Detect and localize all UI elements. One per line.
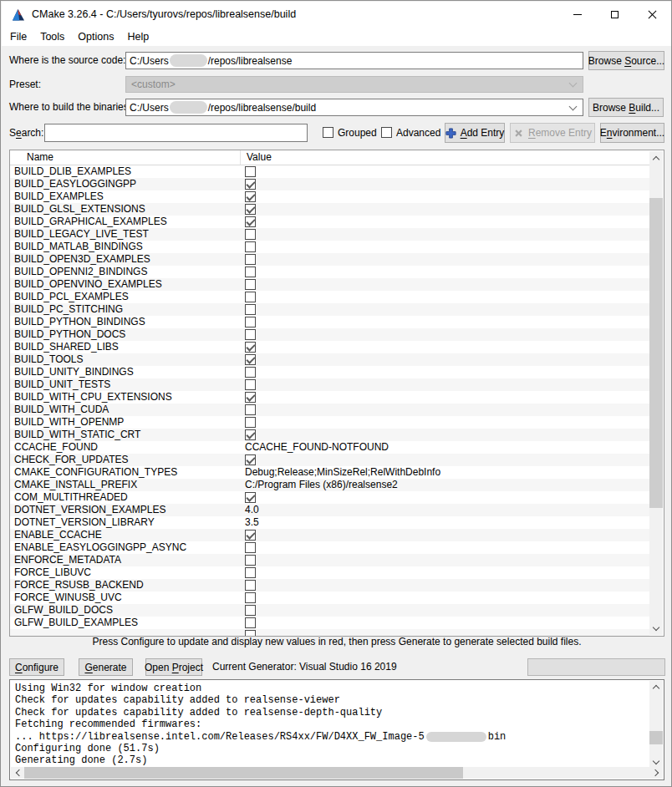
value-checkbox[interactable] bbox=[245, 191, 256, 202]
value-checkbox[interactable] bbox=[245, 492, 256, 503]
column-header-name[interactable]: Name bbox=[10, 150, 240, 165]
preset-combobox[interactable]: <custom> bbox=[125, 76, 583, 93]
table-row[interactable]: FORCE_LIBUVC bbox=[10, 566, 649, 579]
row-value[interactable]: 3.5 bbox=[240, 516, 649, 529]
table-row[interactable]: BUILD_MATLAB_BINDINGS bbox=[10, 241, 649, 253]
table-row[interactable]: BUILD_TOOLS bbox=[10, 353, 649, 366]
menu-options[interactable]: Options bbox=[71, 28, 120, 46]
column-header-value[interactable]: Value bbox=[240, 150, 649, 165]
table-row[interactable]: BUILD_PYTHON_BINDINGS bbox=[10, 316, 649, 328]
table-row[interactable]: CMAKE_CONFIGURATION_TYPESDebug;Release;M… bbox=[10, 466, 649, 479]
value-checkbox[interactable] bbox=[245, 229, 256, 240]
chevron-down-icon[interactable] bbox=[569, 102, 578, 110]
value-checkbox[interactable] bbox=[245, 429, 256, 440]
table-row[interactable]: BUILD_PC_STITCHING bbox=[10, 303, 649, 316]
value-checkbox[interactable] bbox=[245, 417, 256, 428]
table-row[interactable]: BUILD_OPENNI2_BINDINGS bbox=[10, 266, 649, 278]
table-row[interactable]: CCACHE_FOUNDCCACHE_FOUND-NOTFOUND bbox=[10, 441, 649, 454]
row-value[interactable]: CCACHE_FOUND-NOTFOUND bbox=[240, 441, 649, 454]
table-row[interactable]: BUILD_GLSL_EXTENSIONS bbox=[10, 203, 649, 216]
value-checkbox[interactable] bbox=[245, 317, 256, 327]
close-button[interactable] bbox=[634, 2, 671, 28]
value-checkbox[interactable] bbox=[245, 254, 256, 265]
table-scrollbar[interactable] bbox=[649, 151, 663, 635]
value-checkbox[interactable] bbox=[245, 342, 256, 353]
table-row[interactable]: CMAKE_INSTALL_PREFIXC:/Program Files (x8… bbox=[10, 479, 649, 491]
value-checkbox[interactable] bbox=[245, 329, 256, 340]
row-value[interactable]: 4.0 bbox=[240, 504, 649, 516]
browse-build-button[interactable]: Browse Build... bbox=[588, 98, 664, 117]
scroll-down-button[interactable] bbox=[649, 756, 663, 768]
menu-file[interactable]: File bbox=[3, 28, 33, 46]
table-row[interactable]: COM_MULTITHREADED bbox=[10, 491, 649, 504]
value-checkbox[interactable] bbox=[245, 605, 256, 616]
table-row[interactable]: BUILD_WITH_CUDA bbox=[10, 404, 649, 416]
table-row[interactable]: BUILD_PYTHON_DOCS bbox=[10, 328, 649, 341]
value-checkbox[interactable] bbox=[245, 267, 256, 277]
open-project-button[interactable]: Open Project bbox=[145, 658, 202, 676]
generate-button[interactable]: Generate bbox=[79, 658, 133, 676]
table-row[interactable]: BUILD_UNIT_TESTS bbox=[10, 378, 649, 391]
scroll-left-button[interactable] bbox=[11, 767, 24, 779]
table-row[interactable]: BUILD_LEGACY_LIVE_TEST bbox=[10, 228, 649, 241]
table-row[interactable]: BUILD_OPEN3D_EXAMPLES bbox=[10, 253, 649, 266]
value-checkbox[interactable] bbox=[245, 279, 256, 290]
menu-tools[interactable]: Tools bbox=[33, 28, 71, 46]
value-checkbox[interactable] bbox=[245, 542, 256, 553]
table-row[interactable]: BUILD_EASYLOGGINGPP bbox=[10, 178, 649, 190]
table-row[interactable]: BUILD_EXAMPLES bbox=[10, 190, 649, 203]
log-vertical-scrollbar[interactable] bbox=[649, 681, 663, 768]
table-row[interactable]: BUILD_PCL_EXAMPLES bbox=[10, 291, 649, 303]
menu-help[interactable]: Help bbox=[120, 28, 155, 46]
table-row[interactable]: BUILD_DLIB_EXAMPLES bbox=[10, 165, 649, 178]
search-input[interactable] bbox=[44, 124, 308, 142]
add-entry-button[interactable]: Add Entry bbox=[445, 123, 505, 143]
value-checkbox[interactable] bbox=[245, 592, 256, 603]
value-checkbox[interactable] bbox=[245, 617, 256, 628]
build-path-combobox[interactable]: C:/Users /repos/librealsense/build bbox=[125, 99, 583, 116]
scrollbar-thumb[interactable] bbox=[649, 731, 663, 744]
value-checkbox[interactable] bbox=[245, 379, 256, 390]
table-row[interactable]: CHECK_FOR_UPDATES bbox=[10, 454, 649, 466]
row-value[interactable]: C:/Program Files (x86)/realsense2 bbox=[240, 479, 649, 491]
value-checkbox[interactable] bbox=[245, 630, 256, 636]
value-checkbox[interactable] bbox=[245, 292, 256, 302]
table-row[interactable]: BUILD_WITH_OPENMP bbox=[10, 416, 649, 429]
value-checkbox[interactable] bbox=[245, 216, 256, 227]
log-horizontal-scrollbar[interactable] bbox=[11, 767, 663, 779]
scrollbar-thumb[interactable] bbox=[649, 198, 663, 508]
value-checkbox[interactable] bbox=[245, 392, 256, 403]
scroll-up-button[interactable] bbox=[649, 681, 663, 693]
table-row[interactable]: BUILD_WITH_CPU_EXTENSIONS bbox=[10, 391, 649, 404]
value-checkbox[interactable] bbox=[245, 555, 256, 566]
row-value[interactable]: Debug;Release;MinSizeRel;RelWithDebInfo bbox=[240, 466, 649, 479]
maximize-button[interactable] bbox=[596, 2, 634, 28]
advanced-checkbox[interactable] bbox=[381, 127, 392, 138]
table-row[interactable]: BUILD_WITH_STATIC_CRT bbox=[10, 429, 649, 441]
scroll-right-button[interactable] bbox=[649, 767, 663, 779]
table-row[interactable]: DOTNET_VERSION_EXAMPLES4.0 bbox=[10, 504, 649, 516]
source-path-field[interactable]: C:/Users /repos/librealsense bbox=[125, 52, 583, 69]
scrollbar-thumb[interactable] bbox=[24, 767, 463, 779]
table-row[interactable]: DOTNET_VERSION_LIBRARY3.5 bbox=[10, 516, 649, 529]
table-row[interactable] bbox=[10, 629, 649, 636]
table-row[interactable]: GLFW_BUILD_DOCS bbox=[10, 604, 649, 617]
value-checkbox[interactable] bbox=[245, 304, 256, 315]
table-row[interactable]: FORCE_RSUSB_BACKEND bbox=[10, 579, 649, 592]
value-checkbox[interactable] bbox=[245, 454, 256, 465]
table-row[interactable]: FORCE_WINUSB_UVC bbox=[10, 592, 649, 604]
table-row[interactable]: GLFW_BUILD_EXAMPLES bbox=[10, 617, 649, 629]
scroll-up-button[interactable] bbox=[649, 151, 663, 165]
scroll-down-button[interactable] bbox=[649, 622, 663, 635]
value-checkbox[interactable] bbox=[245, 367, 256, 378]
value-checkbox[interactable] bbox=[245, 354, 256, 365]
table-row[interactable]: ENFORCE_METADATA bbox=[10, 554, 649, 566]
configure-button[interactable]: Configure bbox=[9, 658, 64, 676]
value-checkbox[interactable] bbox=[245, 166, 256, 177]
minimize-button[interactable] bbox=[558, 2, 596, 28]
grouped-checkbox[interactable] bbox=[323, 127, 333, 138]
value-checkbox[interactable] bbox=[245, 404, 256, 415]
table-row[interactable]: BUILD_OPENVINO_EXAMPLES bbox=[10, 278, 649, 291]
table-row[interactable]: ENABLE_EASYLOGGINGPP_ASYNC bbox=[10, 541, 649, 554]
value-checkbox[interactable] bbox=[245, 241, 256, 252]
